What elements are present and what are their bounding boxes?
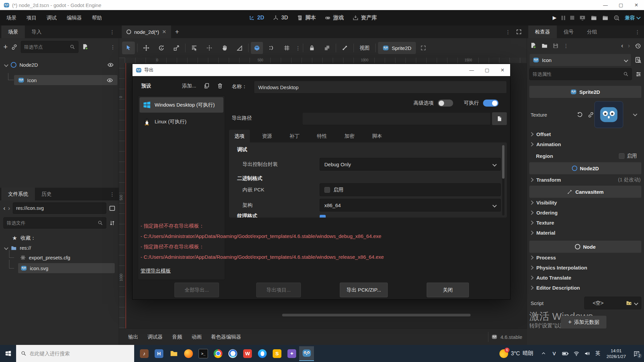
visibility-eye-icon[interactable]	[107, 62, 114, 68]
weather-widget[interactable]: 6 3°C 晴朗	[499, 349, 533, 358]
attach-script-icon[interactable]	[82, 44, 89, 50]
duplicate-preset-icon[interactable]	[204, 83, 210, 89]
renderer-selector[interactable]: 兼容	[625, 15, 640, 21]
taskbar-app-godot[interactable]	[299, 346, 314, 361]
list-select-tool-icon[interactable]	[191, 45, 198, 51]
close-tab-icon[interactable]: ✕	[162, 29, 166, 35]
horizontal-scrollbar[interactable]	[282, 314, 471, 316]
root-folder-row[interactable]: res://	[0, 243, 119, 253]
add-node-button[interactable]: +	[3, 43, 8, 51]
panel-debugger[interactable]: 调试器	[143, 334, 167, 340]
taskbar-search-input[interactable]	[30, 351, 134, 356]
embed-pck-checkbox[interactable]	[324, 187, 330, 193]
snap-options-grid-icon[interactable]	[283, 45, 290, 51]
group-physics-interpolation[interactable]: Physics Interpolation	[530, 265, 587, 270]
nav-back-icon[interactable]: ‹	[3, 205, 5, 212]
taskbar-app-edge[interactable]	[225, 346, 240, 361]
link-icon[interactable]	[588, 112, 594, 118]
smart-snap-button[interactable]	[251, 42, 263, 54]
filter-nodes-input[interactable]	[21, 41, 78, 53]
new-scene-tab-button[interactable]: +	[175, 28, 179, 36]
options-scrollbar[interactable]	[502, 145, 504, 216]
category-node[interactable]: Node	[529, 241, 641, 253]
region-checkbox[interactable]	[619, 153, 625, 159]
play-scene-button[interactable]	[579, 15, 586, 21]
favorites-row[interactable]: ★ 收藏：	[0, 233, 119, 243]
taskbar-app-explorer[interactable]	[166, 346, 181, 361]
menu-help[interactable]: 帮助	[87, 10, 107, 25]
stop-button[interactable]	[570, 16, 574, 20]
tab-scripts[interactable]: 脚本	[367, 130, 387, 142]
taskbar-app-s[interactable]: S	[270, 346, 284, 361]
menu-debug[interactable]: 调试	[42, 10, 62, 25]
file-row-cfg[interactable]: export_presets.cfg	[0, 253, 119, 262]
taskbar-app-messenger[interactable]	[255, 346, 270, 361]
manage-templates-link[interactable]: 管理导出模板	[141, 268, 171, 274]
sort-files-icon[interactable]	[109, 220, 115, 226]
maximize-button[interactable]: ▢	[613, 0, 629, 10]
dock-options-icon[interactable]: ⋮	[110, 192, 115, 197]
load-resource-icon[interactable]	[541, 43, 548, 49]
scale-tool-icon[interactable]	[173, 45, 180, 51]
category-canvasitem[interactable]: CanvasItem	[529, 186, 641, 198]
revert-icon[interactable]	[576, 112, 583, 118]
menu-project[interactable]: 项目	[21, 10, 42, 25]
version-label[interactable]: 4.6.stable	[500, 334, 522, 340]
tab-options[interactable]: 选项	[229, 130, 250, 142]
tab-signals[interactable]: 信号	[557, 25, 580, 38]
save-resource-icon[interactable]	[552, 43, 559, 49]
collapse-icon[interactable]	[4, 63, 8, 67]
export-all-button[interactable]: 全部导出...	[174, 283, 219, 297]
node-selector-dropdown[interactable]: Icon	[529, 54, 631, 66]
run-current-scene-icon[interactable]	[591, 15, 597, 21]
panel-shader-editor[interactable]: 着色器编辑器	[206, 334, 246, 340]
pan-tool-icon[interactable]	[221, 45, 228, 51]
runnable-toggle[interactable]	[483, 100, 498, 107]
filter-files-input[interactable]	[3, 217, 106, 229]
volume-icon[interactable]	[582, 346, 592, 361]
start-button[interactable]	[0, 346, 16, 361]
group-transform[interactable]: Transform (1 处改动)	[527, 175, 644, 184]
ruler-tool-icon[interactable]	[236, 45, 243, 51]
file-row-icon-svg[interactable]: icon.svg	[0, 263, 119, 273]
quick-load-icon[interactable]	[626, 300, 632, 306]
dialog-close-icon[interactable]: ✕	[495, 64, 510, 76]
tab-features[interactable]: 特性	[312, 130, 332, 142]
chevron-down-icon[interactable]	[633, 112, 637, 116]
grid-snap-icon[interactable]	[268, 45, 275, 51]
preset-linux[interactable]: Linux (可执行)	[140, 114, 223, 129]
scrollbar-thumb[interactable]	[502, 145, 504, 179]
new-resource-icon[interactable]	[530, 42, 537, 49]
panel-output[interactable]: 输出	[123, 334, 143, 340]
close-dialog-button[interactable]: 关闭	[427, 283, 469, 297]
close-button[interactable]: ✕	[629, 0, 644, 10]
taskbar-app-firefox[interactable]	[181, 346, 196, 361]
group-visibility[interactable]: Visibility	[530, 200, 557, 205]
tab-history[interactable]: 历史	[35, 188, 58, 200]
dialog-maximize-button[interactable]: ▢	[479, 64, 495, 76]
taskbar-app-music[interactable]: ♪	[137, 346, 152, 361]
export-pck-zip-button[interactable]: 导出 PCK/ZIP...	[340, 283, 388, 297]
taskbar-app-terminal[interactable]: >_	[196, 346, 211, 361]
move-tool-icon[interactable]	[143, 45, 150, 51]
history-forward-icon[interactable]: ›	[628, 42, 630, 49]
expand-context-icon[interactable]	[420, 45, 426, 51]
taskbar-app-wps[interactable]: W	[240, 346, 255, 361]
play-button[interactable]: ▶	[552, 15, 556, 21]
tab-patches[interactable]: 补丁	[284, 130, 305, 142]
select-tool-button[interactable]	[122, 42, 135, 54]
nav-forward-icon[interactable]: ›	[8, 205, 10, 212]
dock-options-icon[interactable]: ⋮	[110, 29, 115, 35]
filter-properties-input[interactable]	[529, 68, 632, 80]
workspace-game[interactable]: 游戏	[325, 14, 344, 21]
move-pivot-tool-icon[interactable]	[206, 45, 213, 51]
resource-options-icon[interactable]: ⋮	[564, 43, 569, 48]
add-preset-button[interactable]: 添加...	[182, 83, 196, 89]
taskbar-app-purple[interactable]: ✦	[284, 346, 299, 361]
instance-scene-icon[interactable]	[11, 44, 17, 50]
preset-name-input[interactable]	[254, 81, 507, 94]
workspace-assetlib[interactable]: 资产库	[353, 14, 377, 21]
group-animation[interactable]: Animation	[530, 141, 561, 147]
view-menu[interactable]: 视图	[360, 45, 370, 51]
tab-import[interactable]: 导入	[25, 25, 48, 38]
